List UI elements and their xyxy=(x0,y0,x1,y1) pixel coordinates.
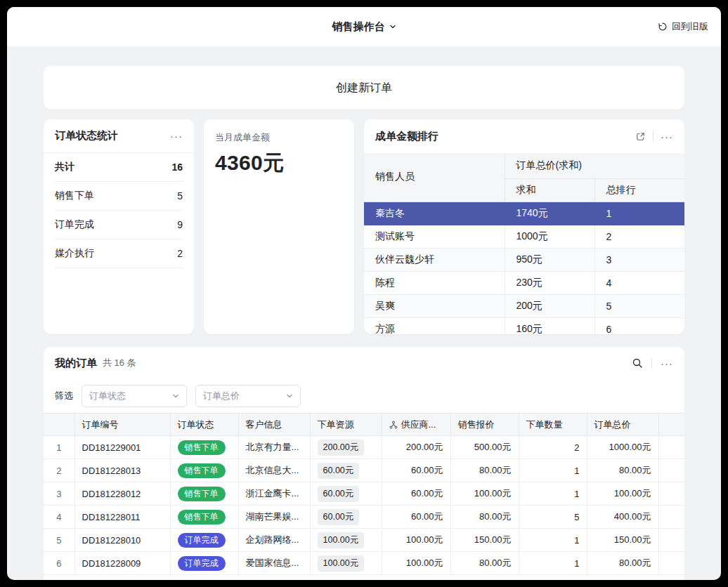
rank-value: 6 xyxy=(594,317,684,334)
sales-quote: 500.00元 xyxy=(450,436,519,459)
status-row-total[interactable]: 共计 16 xyxy=(55,153,183,182)
order-row[interactable]: 3 DD181228012 销售下单 浙江金鹰卡... 60.00元 60.00… xyxy=(44,482,684,506)
status-badge: 销售下单 xyxy=(178,487,226,501)
order-row[interactable]: 5 DD181228010 订单完成 企划路网络... 100.00元 100.… xyxy=(44,529,684,552)
order-total: 400.00元 xyxy=(587,506,658,529)
row-index: 1 xyxy=(44,436,74,459)
order-total-filter-select[interactable]: 订单总价 xyxy=(195,385,301,407)
order-total: 100.00元 xyxy=(587,482,658,506)
page-title: 销售操作台 xyxy=(332,20,385,34)
rank-value: 1 xyxy=(594,202,684,225)
ranking-row[interactable]: 方源 160元 6 xyxy=(364,317,684,334)
orders-table-header-row: 订单编号 订单状态 客户信息 下单资源 供应商... xyxy=(44,414,684,436)
status-value: 2 xyxy=(177,248,183,259)
sum-value: 1000元 xyxy=(505,225,594,248)
more-icon[interactable]: ··· xyxy=(661,358,673,369)
resource-pill: 60.00元 xyxy=(318,463,360,479)
status-badge: 订单完成 xyxy=(178,533,226,548)
divider xyxy=(651,358,652,368)
orders-header-actions: ··· xyxy=(632,357,673,369)
chevron-down-icon xyxy=(286,393,293,400)
order-row[interactable]: 1 DD181229001 销售下单 北京有力量... 200.00元 200.… xyxy=(44,436,684,459)
row-index: 2 xyxy=(44,459,74,482)
filter-row: 筛选 订单状态 订单总价 xyxy=(44,379,684,413)
order-no: DD181228012 xyxy=(74,482,170,506)
filler-cell xyxy=(658,459,684,482)
status-row[interactable]: 销售下单 5 xyxy=(55,182,183,211)
more-icon[interactable]: ··· xyxy=(170,131,183,141)
order-qty: 2 xyxy=(519,436,587,459)
create-order-button[interactable]: 创建新订单 xyxy=(44,66,684,110)
back-to-old-version-button[interactable]: 回到旧版 xyxy=(658,7,708,46)
supplier-quote: 100.00元 xyxy=(382,529,450,552)
orders-table: 订单编号 订单状态 客户信息 下单资源 供应商... xyxy=(44,413,684,575)
col-header-rank: 总排行 xyxy=(594,178,684,202)
col-header-quote: 销售报价 xyxy=(450,414,519,436)
filler-cell xyxy=(658,552,684,575)
order-status-cell: 销售下单 xyxy=(170,459,238,482)
amount-title: 当月成单金额 xyxy=(215,131,343,144)
order-status-cell: 销售下单 xyxy=(170,436,238,459)
ranking-row[interactable]: 吴爽 200元 5 xyxy=(364,294,684,317)
status-row[interactable]: 订单完成 9 xyxy=(55,211,183,239)
card-header-actions: ··· xyxy=(635,131,673,142)
back-to-old-version-label: 回到旧版 xyxy=(672,20,708,33)
customer-info: 北京信息大... xyxy=(238,459,310,482)
status-label: 媒介执行 xyxy=(55,247,94,260)
filter-label: 筛选 xyxy=(55,390,73,402)
status-value: 5 xyxy=(177,190,183,202)
ranking-row[interactable]: 测试账号 1000元 2 xyxy=(364,225,684,248)
filler-cell xyxy=(658,436,684,459)
relation-icon xyxy=(389,421,398,429)
person-name: 秦吉冬 xyxy=(364,202,505,225)
sales-quote: 100.00元 xyxy=(450,482,519,506)
status-label: 订单完成 xyxy=(55,218,94,231)
sum-value: 230元 xyxy=(505,271,594,294)
customer-info: 浙江金鹰卡... xyxy=(238,482,310,506)
search-icon[interactable] xyxy=(632,357,643,369)
status-row[interactable]: 媒介执行 2 xyxy=(55,239,183,268)
col-header-order-no: 订单编号 xyxy=(74,414,170,436)
order-row[interactable]: 2 DD181228013 销售下单 北京信息大... 60.00元 60.00… xyxy=(44,459,684,482)
col-header-resource: 下单资源 xyxy=(310,414,382,436)
person-name: 测试账号 xyxy=(364,225,505,248)
order-row[interactable]: 4 DD181228011 销售下单 湖南芒果娱... 60.00元 60.00… xyxy=(44,506,684,529)
status-badge: 订单完成 xyxy=(178,556,226,571)
resource-cell: 60.00元 xyxy=(310,459,382,482)
col-header-supplier-label: 供应商... xyxy=(401,418,436,431)
sum-value: 200元 xyxy=(505,294,594,317)
dashboard-cards-row: 订单状态统计 ··· 共计 16 销售下单 5 订单完成 9 xyxy=(44,119,684,334)
ranking-row[interactable]: 秦吉冬 1740元 1 xyxy=(364,202,684,225)
customer-info: 爱国家信息... xyxy=(238,552,310,575)
status-badge: 销售下单 xyxy=(178,510,226,525)
order-qty: 1 xyxy=(519,552,587,575)
row-index: 3 xyxy=(44,482,74,506)
index-column-header xyxy=(44,414,74,436)
export-icon[interactable] xyxy=(635,131,646,142)
workspace-switcher[interactable]: 销售操作台 xyxy=(332,20,396,34)
orders-title: 我的订单 xyxy=(55,357,97,370)
sales-quote: 150.00元 xyxy=(450,529,519,552)
col-header-total: 订单总价 xyxy=(587,414,658,436)
sales-quote: 80.00元 xyxy=(450,459,519,482)
order-status-cell: 销售下单 xyxy=(170,506,238,529)
order-status-filter-select[interactable]: 订单状态 xyxy=(82,385,187,407)
status-value: 16 xyxy=(171,161,183,173)
rank-value: 5 xyxy=(594,294,684,317)
person-name: 方源 xyxy=(364,317,505,334)
order-qty: 1 xyxy=(519,482,587,506)
more-icon[interactable]: ··· xyxy=(661,131,673,142)
col-header-person: 销售人员 xyxy=(364,153,505,202)
resource-cell: 100.00元 xyxy=(310,529,382,552)
order-no: DD181228009 xyxy=(74,552,170,575)
order-row[interactable]: 6 DD181228009 订单完成 爱国家信息... 100.00元 100.… xyxy=(44,552,684,575)
chevron-down-icon xyxy=(172,393,179,400)
order-total: 1000.00元 xyxy=(587,436,658,459)
ranking-row[interactable]: 陈程 230元 4 xyxy=(364,271,684,294)
ranking-table: 销售人员 订单总价(求和) 求和 总排行 秦吉冬 1740元 1 xyxy=(364,153,684,334)
create-order-label: 创建新订单 xyxy=(336,81,392,95)
supplier-quote: 60.00元 xyxy=(382,482,450,506)
rank-value: 2 xyxy=(594,225,684,248)
order-status-cell: 订单完成 xyxy=(170,529,238,552)
ranking-row[interactable]: 伙伴云魏少轩 950元 3 xyxy=(364,248,684,271)
